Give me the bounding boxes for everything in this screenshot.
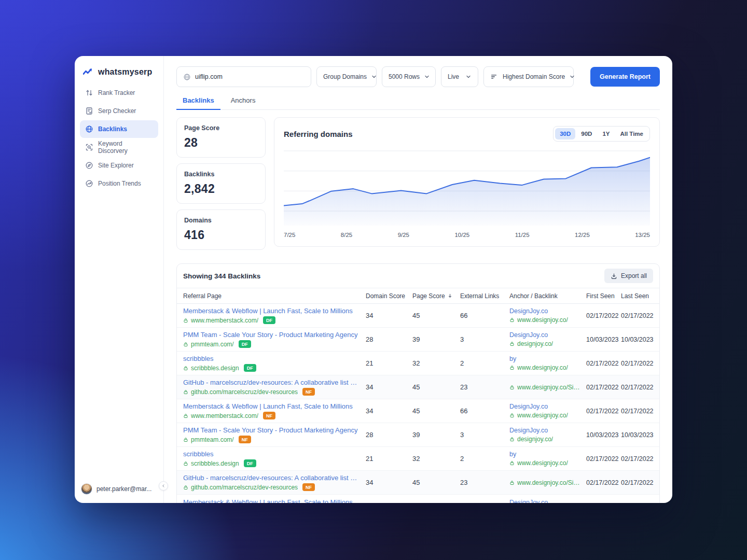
export-all-button[interactable]: Export all [604,269,653,283]
follow-badge: NF [263,412,275,419]
referral-page-title-link[interactable]: Memberstack & Webflow | Launch Fast, Sca… [183,498,358,503]
referral-url-link[interactable]: www.memberstack.com/ [191,317,258,324]
time-range-selector: 30D90D1YAll Time [553,126,650,142]
table-row[interactable]: Memberstack & Webflow | Launch Fast, Sca… [177,304,659,328]
sidebar-item-keyword-discorvery[interactable]: Keyword Discorvery [80,138,158,156]
domain-score-value: 21 [366,455,412,463]
backlink-url-link[interactable]: designjoy.co/ [517,436,553,443]
referral-url-link[interactable]: www.memberstack.com/ [191,412,258,419]
backlink-url-link[interactable]: designjoy.co/ [517,340,553,347]
sidebar-item-label: Site Explorer [98,162,134,169]
rank-tracker-icon [85,89,93,97]
range-button-all-time[interactable]: All Time [615,128,648,139]
range-button-90d[interactable]: 90D [576,128,597,139]
column-header-domain-score[interactable]: Domain Score [366,292,412,300]
referral-page-title-link[interactable]: PMM Team - Scale Your Story - Product Ma… [183,426,358,434]
column-header-external-links[interactable]: External Links [460,292,509,300]
sort-arrow-down-icon[interactable] [447,293,453,299]
sidebar-item-label: Keyword Discorvery [98,140,153,155]
table-row[interactable]: Memberstack & Webflow | Launch Fast, Sca… [177,495,659,503]
referral-page-title-link[interactable]: GitHub - marcelscruz/dev-resources: A co… [183,474,358,482]
sidebar-item-site-explorer[interactable]: Site Explorer [80,157,158,174]
search-input[interactable] [195,73,305,80]
referral-url-link[interactable]: github.com/marcelscruz/dev-resources [191,484,298,491]
sidebar-item-backlinks[interactable]: Backlinks [80,120,158,138]
backlink-url-link[interactable]: www.designjoy.co/Sign-up [517,479,581,486]
last-seen-value: 10/03/2023 [621,431,654,439]
table-row[interactable]: PMM Team - Scale Your Story - Product Ma… [177,328,659,352]
stat-label: Page Score [184,124,258,132]
stat-value: 416 [184,228,258,242]
site-explorer-icon [85,161,93,170]
column-header-anchor-backlink[interactable]: Anchor / Backlink [509,292,586,300]
table-row[interactable]: GitHub - marcelscruz/dev-resources: A co… [177,471,659,495]
range-button-30d[interactable]: 30D [555,128,575,139]
referral-page-title-link[interactable]: scribbbles [183,450,358,458]
generate-report-button[interactable]: Generate Report [590,67,660,87]
filter-dropdown-label: Highest Domain Score [503,73,565,80]
chart-x-axis-labels: 7/258/259/2510/2511/2512/2513/25 [284,232,650,238]
table-row[interactable]: scribbbles scribbbles.design DF 21 32 2 … [177,447,659,471]
referral-page-title-link[interactable]: Memberstack & Webflow | Launch Fast, Sca… [183,402,358,410]
sort-desc-icon [490,73,497,80]
lock-icon [509,413,515,418]
anchor-title-link[interactable]: DesignJoy.co [509,331,581,339]
referral-page-title-link[interactable]: scribbbles [183,355,358,362]
follow-badge: DF [244,364,256,372]
tab-anchors[interactable]: Anchors [225,96,262,109]
sidebar-item-rank-tracker[interactable]: Rank Tracker [80,84,158,102]
follow-badge: DF [239,340,251,348]
backlink-url-link[interactable]: www.designjoy.co/Sign-up [517,384,581,391]
backlink-url-link[interactable]: www.designjoy.co/ [517,316,568,324]
chevron-down-icon [424,74,430,80]
backlink-url-link[interactable]: www.designjoy.co/ [517,364,568,371]
filter-dropdown-group-domains[interactable]: Group Domains [316,66,377,87]
column-header-last-seen[interactable]: Last Seen [621,292,654,300]
referral-url-link[interactable]: pmmteam.com/ [191,436,234,443]
anchor-title-link[interactable]: DesignJoy.co [509,427,581,434]
sidebar-item-position-trends[interactable]: Position Trends [80,175,158,192]
filter-dropdown-live[interactable]: Live [441,66,478,87]
referral-url-link[interactable]: scribbbles.design [191,365,239,372]
table-row[interactable]: PMM Team - Scale Your Story - Product Ma… [177,423,659,447]
tab-backlinks[interactable]: Backlinks [176,96,220,109]
referral-page-title-link[interactable]: Memberstack & Webflow | Launch Fast, Sca… [183,307,358,315]
filter-dropdown-5000-rows[interactable]: 5000 Rows [382,66,436,87]
first-seen-value: 10/03/2023 [586,431,621,439]
user-account-row[interactable]: peter.parker@mar... [81,483,151,495]
sidebar-item-serp-checker[interactable]: Serp Checker [80,102,158,120]
filter-dropdown-highest-domain-score[interactable]: Highest Domain Score [483,66,574,87]
filter-dropdown-label: Live [448,73,459,80]
area-chart [284,148,650,226]
referral-url-link[interactable]: pmmteam.com/ [191,341,234,348]
sidebar-collapse-button[interactable] [159,481,168,491]
column-header-first-seen[interactable]: First Seen [586,292,621,300]
anchor-title-link[interactable]: DesignJoy.co [509,403,581,410]
backlink-url-link[interactable]: www.designjoy.co/ [517,412,568,419]
column-header-referral-page[interactable]: Referral Page [183,292,366,300]
anchor-title-link[interactable]: by [509,451,581,458]
column-header-page-score[interactable]: Page Score [412,292,460,300]
table-row[interactable]: Memberstack & Webflow | Launch Fast, Sca… [177,399,659,423]
referral-page-title-link[interactable]: PMM Team - Scale Your Story - Product Ma… [183,331,358,339]
stat-card-backlinks: Backlinks 2,842 [176,163,266,204]
external-links-value: 66 [460,312,509,319]
page-score-value: 39 [412,431,460,439]
last-seen-value: 02/17/2022 [621,360,654,367]
keyword-discovery-icon [85,143,93,151]
referral-url-link[interactable]: github.com/marcelscruz/dev-resources [191,388,298,396]
external-links-value: 23 [460,479,509,486]
backlinks-table-card: Showing 344 Backlinks Export all Referra… [176,263,660,503]
avatar[interactable] [81,483,92,495]
range-button-1y[interactable]: 1Y [598,128,614,139]
external-links-value: 66 [460,407,509,415]
table-row[interactable]: GitHub - marcelscruz/dev-resources: A co… [177,375,659,399]
anchor-title-link[interactable]: DesignJoy.co [509,499,581,503]
domain-search-field[interactable] [176,66,311,87]
table-row[interactable]: scribbbles scribbbles.design DF 21 32 2 … [177,352,659,375]
backlink-url-link[interactable]: www.designjoy.co/ [517,459,568,467]
referral-page-title-link[interactable]: GitHub - marcelscruz/dev-resources: A co… [183,379,358,386]
referral-url-link[interactable]: scribbbles.design [191,460,239,467]
anchor-title-link[interactable]: DesignJoy.co [509,307,581,315]
anchor-title-link[interactable]: by [509,355,581,362]
